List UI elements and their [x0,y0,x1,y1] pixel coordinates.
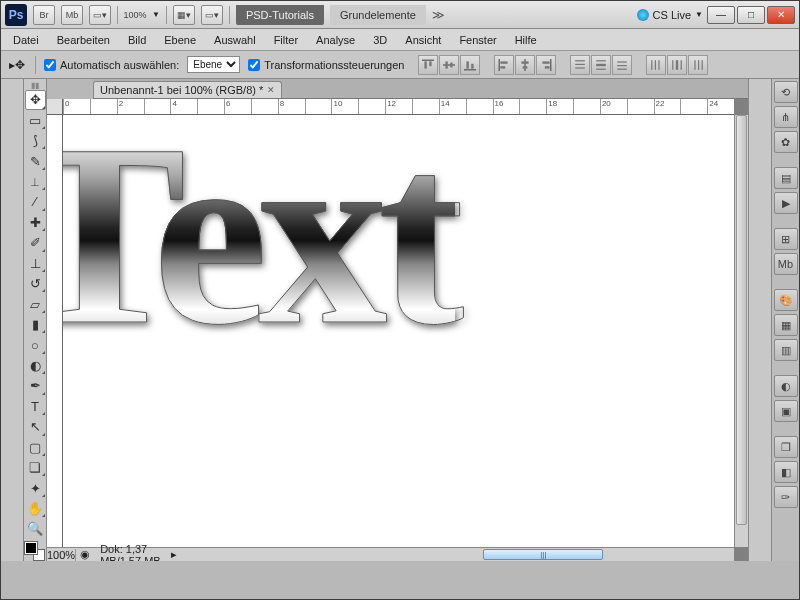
dist-vcenter[interactable] [591,55,611,75]
3d-tool[interactable]: ❏ [25,458,46,477]
panel-paths[interactable]: ✑ [774,486,798,508]
align-hcenter[interactable] [515,55,535,75]
workspace-tab-psd[interactable]: PSD-Tutorials [236,5,324,25]
menu-bild[interactable]: Bild [120,31,154,49]
menu-bearbeiten[interactable]: Bearbeiten [49,31,118,49]
vertical-scrollbar[interactable] [734,115,748,547]
eraser-tool[interactable]: ▱ [25,294,46,313]
status-icon[interactable]: ◉ [76,548,94,561]
auto-select-checkbox[interactable]: Automatisch auswählen: [44,59,179,71]
dist-right[interactable] [688,55,708,75]
zoom-tool[interactable]: 🔍 [25,519,46,538]
type-tool[interactable]: T [25,397,46,416]
move-tool-icon: ▸✥ [7,55,27,75]
menu-analyse[interactable]: Analyse [308,31,363,49]
3d-camera-tool[interactable]: ✦ [25,478,46,497]
collapse-strip-left[interactable] [1,79,24,561]
dist-bottom[interactable] [612,55,632,75]
menu-ansicht[interactable]: Ansicht [397,31,449,49]
menu-ebene[interactable]: Ebene [156,31,204,49]
panel-styles[interactable]: ▥ [774,339,798,361]
move-tool[interactable]: ✥ [25,90,46,110]
gradient-tool[interactable]: ▮ [25,315,46,334]
eyedropper-tool[interactable]: ⁄ [25,192,46,211]
svg-rect-28 [655,60,656,70]
ruler-vertical[interactable] [47,115,63,547]
quick-select-tool[interactable]: ✎ [25,151,46,170]
dist-top[interactable] [570,55,590,75]
panel-tool-presets[interactable]: ⊞ [774,228,798,250]
status-menu-icon[interactable]: ▸ [171,548,177,561]
panel-swatches[interactable]: ▦ [774,314,798,336]
canvas[interactable]: Text [63,115,734,547]
shape-tool[interactable]: ▢ [25,438,46,457]
ruler-horizontal[interactable]: 024681012141618202224 [63,99,734,115]
minimize-button[interactable]: — [707,6,735,24]
menu-filter[interactable]: Filter [266,31,306,49]
panel-brush-presets[interactable]: ▤ [774,167,798,189]
panel-minibridge[interactable]: Mb [774,253,798,275]
close-icon[interactable]: ✕ [267,85,275,95]
history-brush-tool[interactable]: ↺ [25,274,46,293]
menu-auswahl[interactable]: Auswahl [206,31,264,49]
align-vcenter[interactable] [439,55,459,75]
svg-rect-19 [576,63,586,64]
maximize-button[interactable]: □ [737,6,765,24]
crop-tool[interactable]: ⟂ [25,172,46,191]
svg-rect-33 [695,60,696,70]
hand-tool[interactable]: ✋ [25,499,46,518]
color-swatches[interactable] [25,542,45,561]
panel-history[interactable]: ⟲ [774,81,798,103]
distribute-group-2 [646,55,708,75]
stamp-tool[interactable]: ⊥ [25,254,46,273]
minibridge-button[interactable]: Mb [61,5,83,25]
menu-3d[interactable]: 3D [365,31,395,49]
align-left[interactable] [494,55,514,75]
heal-tool[interactable]: ✚ [25,213,46,232]
auto-select-mode[interactable]: Ebene [187,56,240,73]
dodge-tool[interactable]: ◐ [25,356,46,375]
menu-datei[interactable]: Datei [5,31,47,49]
panel-clone[interactable]: ▶ [774,192,798,214]
panel-color[interactable]: 🎨 [774,289,798,311]
panel-masks[interactable]: ▣ [774,400,798,422]
menu-hilfe[interactable]: Hilfe [507,31,545,49]
status-docsize[interactable]: Dok: 1,37 MB/1,57 MB [94,543,171,562]
marquee-tool[interactable]: ▭ [25,111,46,130]
lasso-tool[interactable]: ⟆ [25,131,46,150]
path-select-tool[interactable]: ↖ [25,417,46,436]
cslive-label[interactable]: CS Live [653,9,692,21]
ruler-origin[interactable] [47,99,63,115]
screen-mode-button[interactable]: ▭▾ [89,5,111,25]
document-tab[interactable]: Unbenannt-1 bei 100% (RGB/8) *✕ [93,81,282,98]
title-bar: Ps Br Mb ▭▾ 100% ▼ ▦▾ ▭▾ PSD-Tutorials G… [1,1,799,29]
svg-rect-11 [501,66,506,68]
panel-brushes[interactable]: ✿ [774,131,798,153]
brush-tool[interactable]: ✐ [25,233,46,252]
more-workspaces-icon[interactable]: ≫ [432,8,445,22]
arrange-docs-button[interactable]: ▭▾ [201,5,223,25]
pen-tool[interactable]: ✒ [25,376,46,395]
panel-channels[interactable]: ◧ [774,461,798,483]
zoom-level[interactable]: 100% [124,5,146,25]
svg-rect-30 [673,60,674,70]
close-button[interactable]: ✕ [767,6,795,24]
dist-left[interactable] [646,55,666,75]
panel-adjustments[interactable]: ◐ [774,375,798,397]
view-extras-button[interactable]: ▦▾ [173,5,195,25]
dist-hcenter[interactable] [667,55,687,75]
bridge-button[interactable]: Br [33,5,55,25]
menu-fenster[interactable]: Fenster [451,31,504,49]
align-top[interactable] [418,55,438,75]
collapse-strip-right[interactable] [748,79,771,561]
align-bottom[interactable] [460,55,480,75]
panel-layers[interactable]: ❐ [774,436,798,458]
workspace-tab-grund[interactable]: Grundelemente [330,5,426,25]
status-zoom[interactable]: 100% [47,549,76,561]
panel-grip[interactable]: ▮▮ [25,81,46,89]
blur-tool[interactable]: ○ [25,335,46,354]
transform-controls-checkbox[interactable]: Transformationssteuerungen [248,59,404,71]
align-right[interactable] [536,55,556,75]
horizontal-scrollbar[interactable]: ||| [177,547,734,561]
panel-actions[interactable]: ⋔ [774,106,798,128]
